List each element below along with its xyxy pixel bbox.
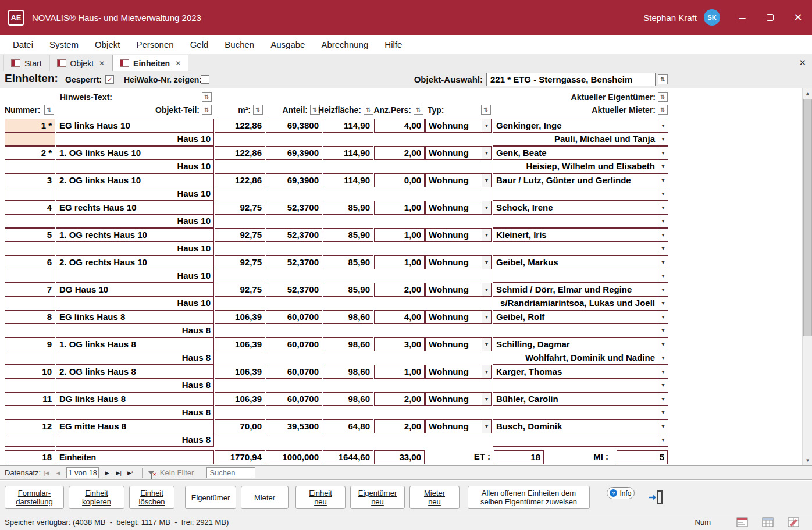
unit-hinweis-cell[interactable]: 2. OG rechts Haus 10	[56, 255, 214, 269]
unit-m2-cell[interactable]: 122,86	[215, 173, 265, 187]
chevron-down-icon[interactable]: ▾	[482, 311, 491, 323]
unit-m2-cell[interactable]: 106,39	[215, 365, 265, 379]
unit-m2-cell[interactable]: 92,75	[215, 255, 265, 269]
sort-button-typ[interactable]: ⇅	[481, 105, 491, 115]
unit-selector-cell[interactable]	[5, 323, 55, 337]
chevron-down-icon[interactable]: ▾	[658, 419, 668, 433]
unit-selector-cell[interactable]	[5, 351, 55, 365]
chevron-down-icon[interactable]: ▾	[658, 405, 668, 419]
eigentuemer-button[interactable]: Eigentümer	[185, 486, 236, 509]
unit-anz-pers-cell[interactable]: 1,00	[374, 201, 425, 215]
chevron-down-icon[interactable]: ▾	[482, 283, 491, 296]
unit-objekt-teil-cell[interactable]: Haus 8	[56, 433, 214, 447]
chevron-down-icon[interactable]: ▾	[658, 173, 668, 187]
unit-number-cell[interactable]: 9	[5, 337, 55, 351]
unit-selector-cell[interactable]	[5, 187, 55, 201]
unit-typ-select[interactable]: Wohnung ▾	[425, 337, 492, 351]
chevron-down-icon[interactable]: ▾	[482, 420, 491, 433]
unit-heizflaeche-cell[interactable]: 114,90	[323, 146, 373, 160]
unit-number-cell[interactable]: 10	[5, 365, 55, 379]
unit-number-cell[interactable]: 1 *	[5, 119, 55, 133]
unit-hinweis-cell[interactable]: 2. OG links Haus 8	[56, 365, 214, 379]
unit-typ-select[interactable]: Wohnung ▾	[425, 365, 492, 379]
chevron-down-icon[interactable]: ▾	[658, 365, 668, 379]
unit-number-cell[interactable]: 7	[5, 283, 55, 297]
unit-eigentuemer-cell[interactable]: Genk, Beate	[493, 146, 658, 160]
unit-heizflaeche-cell[interactable]: 85,90	[323, 201, 373, 215]
unit-anteil-cell[interactable]: 69,3800	[266, 119, 322, 133]
sort-button-anz-pers[interactable]: ⇅	[414, 105, 423, 115]
unit-anz-pers-cell[interactable]: 4,00	[374, 119, 425, 133]
unit-mieter-cell[interactable]	[493, 187, 658, 201]
unit-objekt-teil-cell[interactable]: Haus 10	[56, 269, 214, 283]
unit-hinweis-cell[interactable]: 2. OG links Haus 10	[56, 173, 214, 187]
menu-datei[interactable]: Datei	[5, 35, 41, 54]
unit-anteil-cell[interactable]: 60,0700	[266, 337, 322, 351]
unit-eigentuemer-cell[interactable]: Karger, Thomas	[493, 365, 658, 379]
unit-anteil-cell[interactable]: 52,3700	[266, 228, 322, 242]
unit-heizflaeche-cell[interactable]: 114,90	[323, 173, 373, 187]
unit-heizflaeche-cell[interactable]: 85,90	[323, 228, 373, 242]
chevron-down-icon[interactable]: ▾	[658, 132, 668, 146]
formular-darstellung-button[interactable]: Formular- darstellung	[5, 486, 64, 509]
tab-einheiten[interactable]: Einheiten ✕	[112, 55, 188, 71]
unit-typ-select[interactable]: Wohnung ▾	[425, 419, 492, 433]
unit-anteil-cell[interactable]: 60,0700	[266, 392, 322, 406]
unit-heizflaeche-cell[interactable]: 98,60	[323, 365, 373, 379]
unit-eigentuemer-cell[interactable]: Schock, Irene	[493, 201, 658, 215]
unit-number-cell[interactable]: 6	[5, 255, 55, 269]
unit-hinweis-cell[interactable]: EG mitte Haus 8	[56, 419, 214, 433]
einheit-loeschen-button[interactable]: Einheit löschen	[129, 486, 174, 509]
sort-button-m2[interactable]: ⇅	[253, 105, 263, 115]
unit-eigentuemer-cell[interactable]: Schmid / Dörr, Elmar und Regine	[493, 283, 658, 297]
unit-anteil-cell[interactable]: 69,3900	[266, 146, 322, 160]
new-record-button[interactable]: ▶*	[124, 467, 136, 478]
unit-mieter-cell[interactable]: Pauli, Michael und Tanja	[493, 132, 658, 146]
unit-selector-cell[interactable]	[5, 433, 55, 447]
tab-objekt[interactable]: Objekt ✕	[49, 55, 113, 71]
unit-anz-pers-cell[interactable]: 1,00	[374, 255, 425, 269]
unit-anz-pers-cell[interactable]: 0,00	[374, 173, 425, 187]
zuweisen-button[interactable]: Allen offenen Einheiten dem selben Eigen…	[468, 486, 590, 509]
unit-mieter-cell[interactable]: Wohlfahrt, Dominik und Nadine	[493, 351, 658, 365]
unit-eigentuemer-cell[interactable]: Geibel, Markus	[493, 255, 658, 269]
sort-button-objekt-teil[interactable]: ⇅	[202, 105, 212, 115]
menu-abrechnung[interactable]: Abrechnung	[313, 35, 376, 54]
chevron-down-icon[interactable]: ▾	[658, 187, 668, 201]
unit-anz-pers-cell[interactable]: 2,00	[374, 146, 425, 160]
unit-anteil-cell[interactable]: 69,3900	[266, 173, 322, 187]
unit-objekt-teil-cell[interactable]: Haus 8	[56, 378, 214, 392]
chevron-down-icon[interactable]: ▾	[658, 351, 668, 365]
menu-ausgabe[interactable]: Ausgabe	[262, 35, 313, 54]
unit-objekt-teil-cell[interactable]: Haus 8	[56, 405, 214, 419]
close-button[interactable]: ✕	[784, 0, 812, 35]
unit-mieter-cell[interactable]	[493, 378, 658, 392]
tab-start[interactable]: Start	[3, 55, 49, 71]
unit-hinweis-cell[interactable]: 1. OG links Haus 8	[56, 337, 214, 351]
unit-objekt-teil-cell[interactable]: Haus 8	[56, 351, 214, 365]
unit-hinweis-cell[interactable]: EG links Haus 8	[56, 310, 214, 324]
chevron-down-icon[interactable]: ▾	[658, 228, 668, 242]
unit-number-cell[interactable]: 4	[5, 201, 55, 215]
sort-button-eigentuemer[interactable]: ⇅	[658, 92, 668, 102]
chevron-down-icon[interactable]: ▾	[482, 365, 491, 378]
unit-objekt-teil-cell[interactable]: Haus 10	[56, 159, 214, 173]
unit-anz-pers-cell[interactable]: 3,00	[374, 337, 425, 351]
unit-objekt-teil-cell[interactable]: Haus 10	[56, 214, 214, 228]
unit-eigentuemer-cell[interactable]: Kleinert, Iris	[493, 228, 658, 242]
unit-hinweis-cell[interactable]: DG Haus 10	[56, 283, 214, 297]
unit-eigentuemer-cell[interactable]: Busch, Dominik	[493, 419, 658, 433]
vertical-scrollbar[interactable]: ▲ ▼	[802, 88, 812, 465]
unit-anz-pers-cell[interactable]: 2,00	[374, 392, 425, 406]
unit-objekt-teil-cell[interactable]: Haus 10	[56, 132, 214, 146]
first-record-button[interactable]: |◀	[41, 467, 52, 478]
scroll-up-icon[interactable]: ▲	[803, 88, 812, 98]
unit-number-cell[interactable]: 12	[5, 419, 55, 433]
next-record-button[interactable]: ▶	[101, 467, 113, 478]
unit-anz-pers-cell[interactable]: 1,00	[374, 365, 425, 379]
sort-button-mieter[interactable]: ⇅	[658, 105, 668, 115]
unit-selector-cell[interactable]	[5, 159, 55, 173]
unit-selector-cell[interactable]	[5, 378, 55, 392]
menu-system[interactable]: System	[41, 35, 87, 54]
close-icon[interactable]: ✕	[99, 59, 105, 67]
